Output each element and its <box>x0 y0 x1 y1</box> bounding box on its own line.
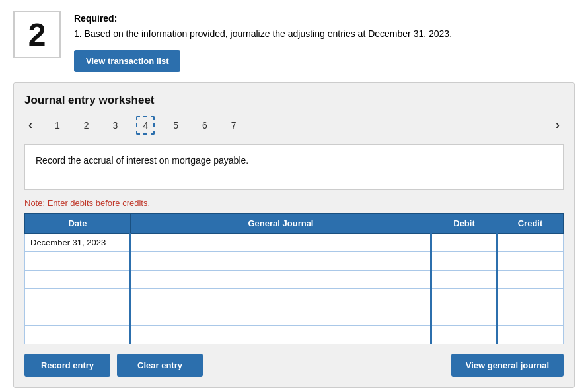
credit-cell-5[interactable] <box>497 307 564 325</box>
clear-entry-button[interactable]: Clear entry <box>117 354 203 377</box>
col-header-debit: Debit <box>431 213 497 233</box>
view-transaction-button[interactable]: View transaction list <box>74 50 180 72</box>
journal-input-6[interactable] <box>131 326 430 344</box>
credit-cell-4[interactable] <box>497 288 564 307</box>
table-row <box>25 270 564 288</box>
view-general-journal-button[interactable]: View general journal <box>451 354 564 377</box>
record-entry-button[interactable]: Record entry <box>24 354 110 377</box>
actions-row: Record entry Clear entry View general jo… <box>24 354 564 377</box>
page-1[interactable]: 1 <box>50 117 65 133</box>
page-7[interactable]: 7 <box>226 117 242 133</box>
date-cell-5 <box>25 307 131 325</box>
page-2[interactable]: 2 <box>79 117 94 133</box>
table-row: December 31, 2023 <box>25 233 564 251</box>
credit-cell-1[interactable] <box>497 233 564 251</box>
col-header-date: Date <box>25 213 131 233</box>
col-header-journal: General Journal <box>131 213 431 233</box>
debit-cell-3[interactable] <box>431 270 497 288</box>
credit-cell-2[interactable] <box>497 251 564 270</box>
page-3[interactable]: 3 <box>108 117 124 133</box>
debit-cell-5[interactable] <box>431 307 497 325</box>
date-cell-6 <box>25 325 131 344</box>
table-row <box>25 288 564 307</box>
worksheet-container: Journal entry worksheet ‹ 1 2 3 4 5 6 7 … <box>13 82 575 388</box>
journal-input-3[interactable] <box>131 271 430 288</box>
instructions-panel: Required: 1. Based on the information pr… <box>74 11 575 72</box>
page-6[interactable]: 6 <box>197 117 213 133</box>
debit-cell-2[interactable] <box>431 251 497 270</box>
page-5[interactable]: 5 <box>168 117 184 133</box>
col-header-credit: Credit <box>497 213 564 233</box>
date-cell-3 <box>25 270 131 288</box>
credit-input-2[interactable] <box>498 252 563 270</box>
journal-cell-1[interactable] <box>131 233 431 251</box>
worksheet-title: Journal entry worksheet <box>24 94 564 107</box>
journal-cell-4[interactable] <box>131 288 431 307</box>
debit-cell-4[interactable] <box>431 288 497 307</box>
debit-input-5[interactable] <box>432 307 496 325</box>
credit-input-6[interactable] <box>498 326 563 344</box>
required-label: Required: <box>74 13 575 24</box>
next-page-button[interactable]: › <box>552 117 564 133</box>
instruction-text: 1. Based on the information provided, jo… <box>74 28 575 41</box>
pagination: ‹ 1 2 3 4 5 6 7 › <box>24 116 564 135</box>
prev-page-button[interactable]: ‹ <box>24 117 36 133</box>
debit-input-6[interactable] <box>432 326 496 344</box>
date-cell-4 <box>25 288 131 307</box>
debit-input-2[interactable] <box>432 252 496 270</box>
journal-input-2[interactable] <box>131 252 430 270</box>
credit-cell-3[interactable] <box>497 270 564 288</box>
date-cell-1: December 31, 2023 <box>25 233 131 251</box>
journal-input-4[interactable] <box>131 289 430 307</box>
credit-cell-6[interactable] <box>497 325 564 344</box>
journal-input-1[interactable] <box>131 234 430 251</box>
credit-input-3[interactable] <box>498 271 563 288</box>
journal-table: Date General Journal Debit Credit Decemb… <box>24 213 564 344</box>
journal-cell-2[interactable] <box>131 251 431 270</box>
date-cell-2 <box>25 251 131 270</box>
table-row <box>25 307 564 325</box>
journal-cell-5[interactable] <box>131 307 431 325</box>
debit-cell-6[interactable] <box>431 325 497 344</box>
debit-cell-1[interactable] <box>431 233 497 251</box>
debit-input-1[interactable] <box>432 234 496 251</box>
table-row <box>25 251 564 270</box>
task-description: Record the accrual of interest on mortga… <box>24 144 564 190</box>
step-number: 2 <box>13 11 61 58</box>
credit-input-1[interactable] <box>498 234 563 251</box>
credit-input-4[interactable] <box>498 289 563 307</box>
debit-input-4[interactable] <box>432 289 496 307</box>
note-text: Note: Enter debits before credits. <box>24 198 564 208</box>
page-4[interactable]: 4 <box>136 116 155 135</box>
table-row <box>25 325 564 344</box>
journal-cell-6[interactable] <box>131 325 431 344</box>
credit-input-5[interactable] <box>498 307 563 325</box>
debit-input-3[interactable] <box>432 271 496 288</box>
journal-cell-3[interactable] <box>131 270 431 288</box>
journal-input-5[interactable] <box>131 307 430 325</box>
